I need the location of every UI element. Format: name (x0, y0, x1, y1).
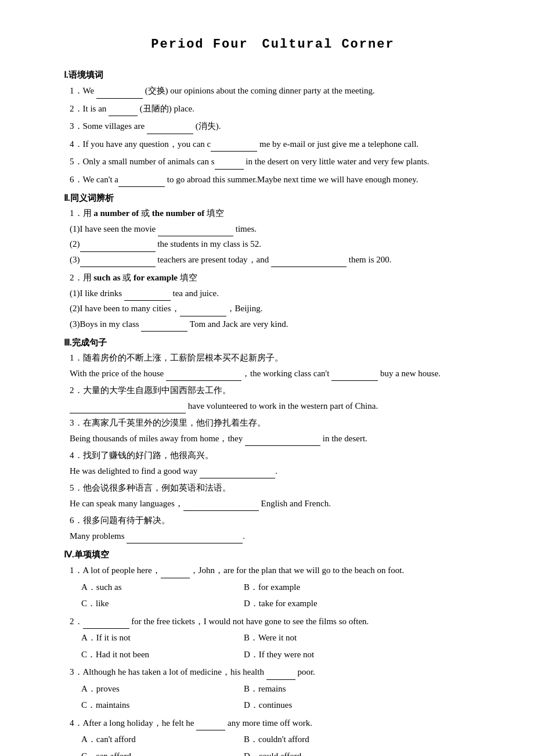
item-I-1: 1．We (交换) our opinions about the coming … (70, 83, 488, 99)
option-B: B．remains (244, 682, 406, 697)
option-D: D．could afford (244, 749, 406, 757)
item-IV-1-options2: C．like D．take for example (81, 596, 488, 611)
option-B: B．couldn't afford (244, 732, 406, 747)
item-II-1-3: (3) teachers are present today，and them … (70, 252, 488, 268)
item-II-2-1: (1)I like drinks tea and juice. (70, 286, 488, 301)
item-I-4: 4．If you have any question，you can c me … (70, 136, 488, 152)
item-IV-4-options2: C．can afford D．could afford (81, 749, 488, 757)
item-III-1: 1．随着房价的不断上涨，工薪阶层根本买不起新房子。 (70, 351, 488, 366)
option-B: B．for example (244, 580, 406, 595)
item-IV-3-options2: C．maintains D．continues (81, 698, 488, 713)
option-C: C．Had it not been (81, 647, 244, 663)
item-III-2-en: have volunteered to work in the western … (70, 398, 488, 414)
item-IV-1-options: A．such as B．for example (81, 580, 488, 595)
item-IV-3-options: A．proves B．remains (81, 682, 488, 697)
section-IV: Ⅳ.单项填空 1．A lot of people here， ，John，are… (58, 549, 488, 756)
section-III-header: Ⅲ.完成句子 (64, 337, 488, 348)
item-II-1-2: (2) the students in my class is 52. (70, 236, 488, 252)
option-A: A．can't afford (81, 732, 244, 747)
section-I-header: Ⅰ.语境填词 (64, 70, 488, 81)
option-A: A．If it is not (81, 631, 244, 646)
option-D: D．continues (244, 698, 406, 713)
item-IV-2-options: A．If it is not B．Were it not (81, 631, 488, 646)
item-III-2: 2．大量的大学生自愿到中国西部去工作。 (70, 383, 488, 398)
option-C: C．like (81, 596, 244, 611)
option-D: D．If they were not (244, 647, 406, 663)
section-II: Ⅱ.同义词辨析 1．用 a number of 或 the number of … (58, 193, 488, 332)
item-III-5: 5．他会说很多种语言，例如英语和法语。 (70, 481, 488, 496)
option-A: A．such as (81, 580, 244, 595)
item-III-4-en: He was delighted to find a good way . (70, 463, 488, 479)
section-II-header: Ⅱ.同义词辨析 (64, 193, 488, 204)
item-II-2-2: (2)I have been to many cities， ，Beijing. (70, 301, 488, 316)
item-IV-3-q: 3．Although he has taken a lot of medicin… (70, 664, 488, 680)
item-I-5: 5．Only a small number of animals can s i… (70, 154, 488, 170)
item-IV-4-options: A．can't afford B．couldn't afford (81, 732, 488, 747)
option-D: D．take for example (244, 596, 406, 611)
section-IV-header: Ⅳ.单项填空 (64, 549, 488, 560)
section-I: Ⅰ.语境填词 1．We (交换) our opinions about the … (58, 70, 488, 187)
item-I-6: 6．We can't a to go abroad this summer.Ma… (70, 172, 488, 188)
item-III-3: 3．在离家几千英里外的沙漠里，他们挣扎着生存。 (70, 416, 488, 431)
item-II-2-3: (3)Boys in my class Tom and Jack are ver… (70, 316, 488, 332)
item-II-1-1: (1)I have seen the movie times. (70, 221, 488, 237)
section-II-sub2-header: 2．用 such as 或 for example 填空 (70, 271, 488, 286)
option-C: C．maintains (81, 698, 244, 713)
option-A: A．proves (81, 682, 244, 697)
item-III-6: 6．很多问题有待于解决。 (70, 513, 488, 528)
item-III-1-en: With the price of the house ，the working… (70, 366, 488, 381)
option-B: B．Were it not (244, 631, 406, 646)
item-IV-2-options2: C．Had it not been D．If they were not (81, 647, 488, 663)
item-III-6-en: Many problems . (70, 528, 488, 544)
page-title: Period Four Cultural Corner (58, 35, 488, 52)
section-II-sub1-header: 1．用 a number of 或 the number of 填空 (70, 206, 488, 221)
item-III-3-en: Being thousands of miles away from home，… (70, 431, 488, 447)
item-III-5-en: He can speak many languages， English and… (70, 496, 488, 512)
section-III: Ⅲ.完成句子 1．随着房价的不断上涨，工薪阶层根本买不起新房子。 With th… (58, 337, 488, 543)
item-IV-2-q: 2． for the free tickets，I would not have… (70, 614, 488, 629)
option-C: C．can afford (81, 749, 244, 757)
item-IV-1-q: 1．A lot of people here， ，John，are for th… (70, 563, 488, 578)
item-I-2: 2．It is an (丑陋的) place. (70, 101, 488, 117)
item-IV-4-q: 4．After a long holiday，he felt he any mo… (70, 715, 488, 731)
item-III-4: 4．找到了赚钱的好门路，他很高兴。 (70, 448, 488, 463)
item-I-3: 3．Some villages are (消失). (70, 118, 488, 134)
